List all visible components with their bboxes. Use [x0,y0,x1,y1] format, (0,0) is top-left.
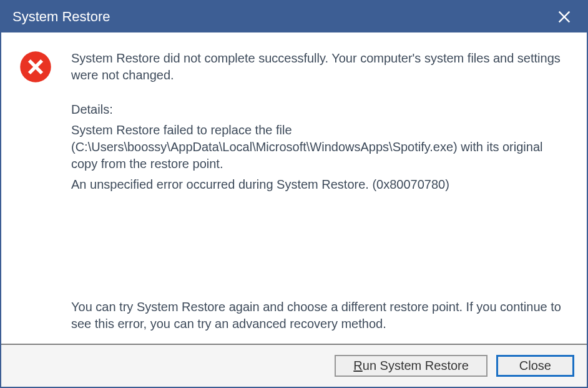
titlebar: System Restore [1,1,587,32]
close-button[interactable]: Close [496,355,574,377]
mnemonic-r: R [353,359,362,372]
summary-text: System Restore did not complete successf… [71,50,569,84]
dialog-footer: Run System Restore Close [1,345,587,387]
icon-column [19,50,56,344]
close-window-button[interactable] [547,1,582,32]
details-line-1: System Restore failed to replace the fil… [71,122,569,172]
message-column: System Restore did not complete successf… [71,50,569,344]
system-restore-dialog: System Restore System Restore did not co… [0,0,588,388]
error-icon [19,50,52,84]
run-label-rest: un System Restore [363,359,469,372]
suggestion-text: You can try System Restore again and cho… [71,299,569,332]
dialog-content: System Restore did not complete successf… [1,32,587,344]
run-system-restore-button[interactable]: Run System Restore [335,355,488,377]
details-line-2: An unspecified error occurred during Sys… [71,176,569,193]
window-title: System Restore [12,9,547,25]
close-icon [558,11,571,23]
details-label: Details: [71,101,569,118]
